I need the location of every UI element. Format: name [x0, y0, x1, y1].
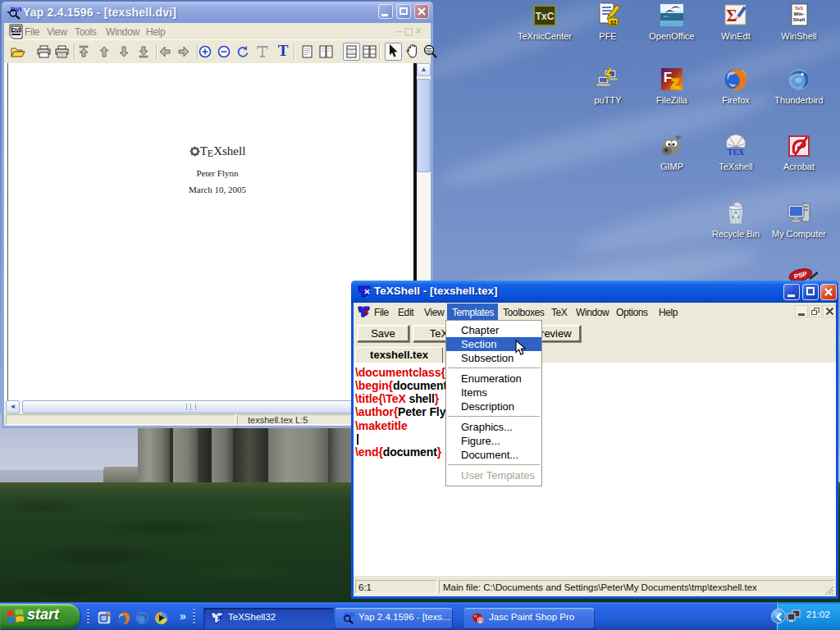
- svg-text:Z: Z: [671, 77, 679, 91]
- svg-text:Σ: Σ: [726, 7, 737, 25]
- svg-text:TxC: TxC: [536, 11, 555, 22]
- svg-text:Shell: Shell: [793, 17, 806, 22]
- svg-text:TEX: TEX: [728, 148, 745, 157]
- svg-text:DVI: DVI: [12, 27, 21, 33]
- svg-text:32: 32: [610, 20, 617, 25]
- svg-text:8: 8: [479, 618, 482, 623]
- svg-text:TeX: TeX: [795, 6, 804, 11]
- svg-text:Win-: Win-: [794, 11, 805, 16]
